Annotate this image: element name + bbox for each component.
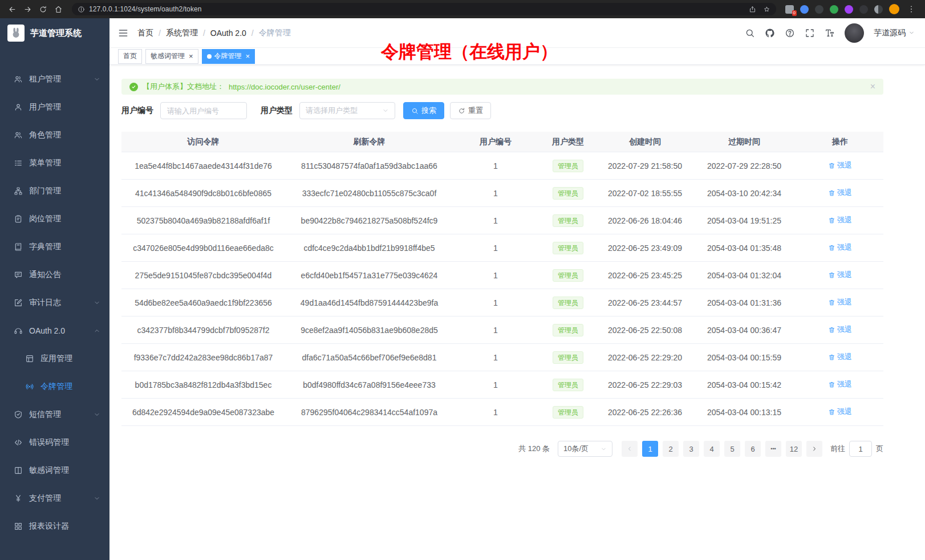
page-button-2[interactable]: 2	[663, 441, 679, 457]
user-menu[interactable]: 芋道源码	[874, 28, 915, 38]
extension-icon[interactable]	[874, 5, 883, 14]
sidebar-item-sms[interactable]: 短信管理	[0, 400, 109, 428]
sidebar-item-oauth2-app[interactable]: 应用管理	[0, 344, 109, 372]
force-logout-button[interactable]: 强退	[828, 352, 852, 362]
tab-token[interactable]: 令牌管理×	[202, 49, 255, 64]
sidebar-item-tenant[interactable]: 租户管理	[0, 65, 109, 93]
fullscreen-icon[interactable]	[805, 28, 815, 38]
page-button-6[interactable]: 6	[745, 441, 761, 457]
goto-page-input[interactable]	[849, 441, 872, 457]
sidebar-item-sensitive-word[interactable]: 敏感词管理	[0, 456, 109, 484]
cell-actions: 强退	[797, 407, 883, 417]
sidebar-item-oauth2-token[interactable]: 令牌管理	[0, 372, 109, 400]
cell-refresh-token: 811c530487574fa0af1a59d3abc1aa66	[285, 161, 453, 171]
force-logout-button[interactable]: 强退	[828, 188, 852, 198]
prev-page-button[interactable]	[622, 441, 638, 457]
goto-suffix: 页	[876, 444, 883, 454]
breadcrumb-item[interactable]: 首页	[137, 28, 153, 38]
sidebar-item-user[interactable]: 用户管理	[0, 93, 109, 121]
sidebar-item-label: 错误码管理	[29, 437, 69, 448]
sidebar-item-audit-log[interactable]: 审计日志	[0, 289, 109, 316]
trash-icon	[828, 408, 835, 416]
table-row: 502375b8040a469a9b82188afdf6af1fbe90422b…	[121, 207, 883, 234]
active-tab-dot	[207, 54, 212, 59]
page-size-select[interactable]: 10条/页	[558, 441, 612, 457]
force-logout-button[interactable]: 强退	[828, 215, 852, 225]
breadcrumb-item[interactable]: OAuth 2.0	[210, 29, 246, 38]
breadcrumb-separator: /	[251, 29, 254, 38]
extension-icon[interactable]: 0	[785, 5, 794, 14]
top-navbar: 首页/系统管理/OAuth 2.0/令牌管理 芋道源码	[109, 18, 925, 48]
cell-access-token: 54d6be82ee5a460a9aedc1f9bf223656	[121, 298, 285, 307]
forward-icon[interactable]	[20, 2, 35, 17]
breadcrumb-separator: /	[203, 29, 205, 38]
question-icon[interactable]	[785, 28, 795, 38]
sidebar-item-pay[interactable]: 支付管理	[0, 484, 109, 512]
sidebar-item-label: 支付管理	[29, 493, 61, 504]
column-header-user-type: 用户类型	[538, 137, 598, 147]
star-icon[interactable]	[763, 6, 770, 13]
user-avatar[interactable]	[845, 23, 864, 43]
sidebar-item-notice[interactable]: 通知公告	[0, 261, 109, 289]
column-header-expire-time: 过期时间	[692, 137, 797, 147]
pagination: 共 120 条 10条/页 123456•••12 前往 页	[121, 441, 883, 457]
user-type-select[interactable]: 请选择用户类型	[299, 102, 395, 119]
back-icon[interactable]	[5, 2, 20, 17]
page-button-3[interactable]: 3	[683, 441, 699, 457]
sidebar-item-report-designer[interactable]: 报表设计器	[0, 512, 109, 540]
extension-icon[interactable]	[859, 5, 868, 14]
sidebar-item-label: 字典管理	[29, 242, 61, 252]
cell-expire-time: 2054-03-04 01:32:04	[692, 271, 797, 280]
force-logout-button[interactable]: 强退	[828, 379, 852, 389]
page-button-1[interactable]: 1	[642, 441, 658, 457]
next-page-button[interactable]	[806, 441, 822, 457]
home-icon[interactable]	[51, 2, 66, 17]
breadcrumb-item[interactable]: 令牌管理	[259, 28, 291, 38]
share-icon[interactable]	[749, 6, 756, 13]
sidebar-item-post[interactable]: 岗位管理	[0, 205, 109, 233]
github-icon[interactable]	[765, 28, 775, 38]
close-icon[interactable]: ×	[870, 82, 875, 91]
sidebar-item-error-code[interactable]: 错误码管理	[0, 428, 109, 456]
app-logo[interactable]: 芋道管理系统	[0, 18, 109, 48]
font-size-icon[interactable]	[825, 28, 835, 38]
user-type-badge: 管理员	[553, 214, 583, 227]
force-logout-button[interactable]: 强退	[828, 160, 852, 171]
close-icon[interactable]: ×	[189, 52, 193, 60]
reset-button[interactable]: 重置	[450, 102, 491, 119]
hamburger-icon[interactable]	[117, 27, 129, 39]
page-button-5[interactable]: 5	[724, 441, 740, 457]
breadcrumb-item[interactable]: 系统管理	[166, 28, 198, 38]
sidebar-item-menu[interactable]: 菜单管理	[0, 149, 109, 177]
sidebar-item-dept[interactable]: 部门管理	[0, 177, 109, 205]
profile-avatar[interactable]	[889, 4, 899, 14]
tab-sensitive-word[interactable]: 敏感词管理×	[145, 49, 198, 64]
page-button-4[interactable]: 4	[704, 441, 720, 457]
user-id-input[interactable]	[160, 102, 247, 119]
force-logout-button[interactable]: 强退	[828, 407, 852, 417]
extension-icon[interactable]	[815, 5, 823, 14]
sidebar-item-dict[interactable]: 字典管理	[0, 233, 109, 261]
force-logout-button[interactable]: 强退	[828, 297, 852, 307]
browser-menu-icon[interactable]	[906, 5, 917, 14]
force-logout-button[interactable]: 强退	[828, 324, 852, 335]
sidebar-item-oauth2[interactable]: OAuth 2.0	[0, 316, 109, 344]
search-button[interactable]: 搜索	[403, 102, 444, 119]
reload-icon[interactable]	[35, 2, 51, 17]
page-button-12[interactable]: 12	[786, 441, 802, 457]
search-icon[interactable]	[745, 28, 755, 38]
force-logout-button[interactable]: 强退	[828, 242, 852, 253]
sidebar-item-role[interactable]: 角色管理	[0, 121, 109, 149]
close-icon[interactable]: ×	[246, 52, 250, 60]
doc-link[interactable]: https://doc.iocoder.cn/user-center/	[229, 83, 340, 91]
cell-actions: 强退	[797, 270, 883, 281]
extension-icon[interactable]	[800, 5, 809, 14]
tab-home[interactable]: 首页	[118, 49, 142, 64]
extension-icon[interactable]	[845, 5, 853, 14]
trash-icon	[828, 189, 835, 197]
url-bar[interactable]: 127.0.0.1:1024/system/oauth2/token	[72, 3, 776, 15]
info-icon[interactable]	[78, 6, 85, 13]
extension-icon[interactable]	[830, 5, 838, 14]
page-more-button[interactable]: •••	[765, 441, 781, 457]
force-logout-button[interactable]: 强退	[828, 270, 852, 280]
